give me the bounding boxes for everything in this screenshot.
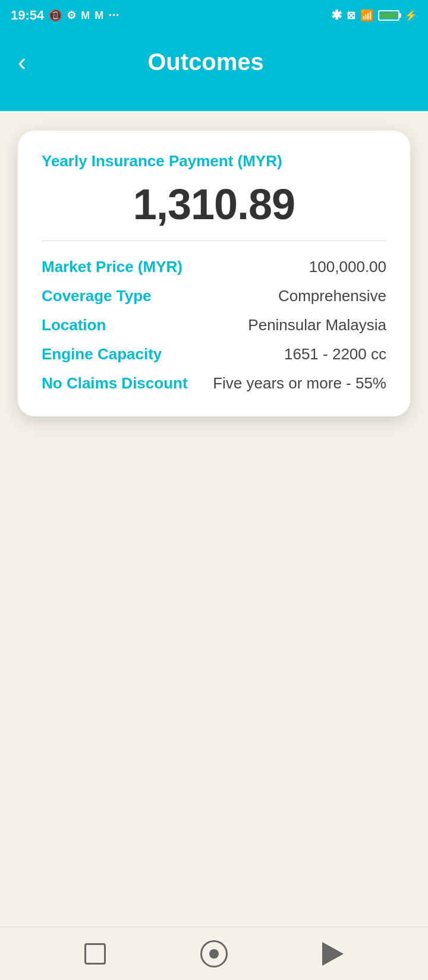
- circle-icon: [200, 940, 228, 968]
- back-button[interactable]: ‹: [18, 50, 26, 75]
- home-button[interactable]: [199, 938, 229, 969]
- back-nav-button[interactable]: [317, 938, 348, 969]
- battery-icon: [378, 10, 399, 21]
- page-title: Outcomes: [38, 49, 373, 75]
- main-amount: 1,310.89: [42, 180, 386, 229]
- engine-capacity-value: 1651 - 2200 cc: [284, 345, 386, 363]
- no-claims-discount-label: No Claims Discount: [42, 374, 188, 393]
- coverage-type-value: Comprehensive: [278, 287, 386, 305]
- square-icon: [84, 943, 106, 965]
- detail-row-engine-capacity: Engine Capacity 1651 - 2200 cc: [42, 345, 386, 363]
- outcomes-card: Yearly Insurance Payment (MYR) 1,310.89 …: [18, 131, 410, 416]
- card-title: Yearly Insurance Payment (MYR): [42, 152, 386, 170]
- phone-icon: 📵: [49, 9, 62, 22]
- triangle-icon: [322, 942, 344, 966]
- detail-row-market-price: Market Price (MYR) 100,000.00: [42, 258, 386, 276]
- settings-icon: ⚙: [67, 9, 76, 22]
- location-value: Peninsular Malaysia: [248, 316, 386, 334]
- detail-row-location: Location Peninsular Malaysia: [42, 316, 386, 334]
- coverage-type-label: Coverage Type: [42, 287, 151, 305]
- charging-icon: ⚡: [404, 9, 417, 22]
- detail-row-no-claims-discount: No Claims Discount Five years or more - …: [42, 374, 386, 393]
- bluetooth-icon: ✱: [331, 8, 342, 23]
- market-price-label: Market Price (MYR): [42, 258, 182, 276]
- location-label: Location: [42, 316, 106, 334]
- gmail2-icon: M: [95, 10, 103, 22]
- signal-icon: ⊠: [347, 9, 355, 22]
- status-right: ✱ ⊠ 📶 ⚡: [331, 8, 417, 23]
- more-icon: ···: [108, 8, 119, 23]
- circle-inner-icon: [209, 949, 219, 959]
- status-left: 19:54 📵 ⚙ M M ···: [11, 8, 119, 23]
- engine-capacity-label: Engine Capacity: [42, 345, 162, 363]
- status-bar: 19:54 📵 ⚙ M M ··· ✱ ⊠ 📶 ⚡: [0, 0, 428, 31]
- card-divider: [42, 241, 386, 241]
- recent-apps-button[interactable]: [80, 938, 111, 969]
- market-price-value: 100,000.00: [309, 258, 386, 276]
- detail-row-coverage-type: Coverage Type Comprehensive: [42, 287, 386, 305]
- no-claims-discount-value: Five years or more - 55%: [213, 374, 386, 393]
- bottom-nav: [0, 927, 428, 980]
- wifi-icon: 📶: [360, 9, 373, 22]
- status-time: 19:54: [11, 8, 44, 23]
- gmail-icon: M: [81, 10, 90, 22]
- header: ‹ Outcomes: [0, 31, 428, 111]
- outcomes-card-wrapper: Yearly Insurance Payment (MYR) 1,310.89 …: [18, 131, 410, 416]
